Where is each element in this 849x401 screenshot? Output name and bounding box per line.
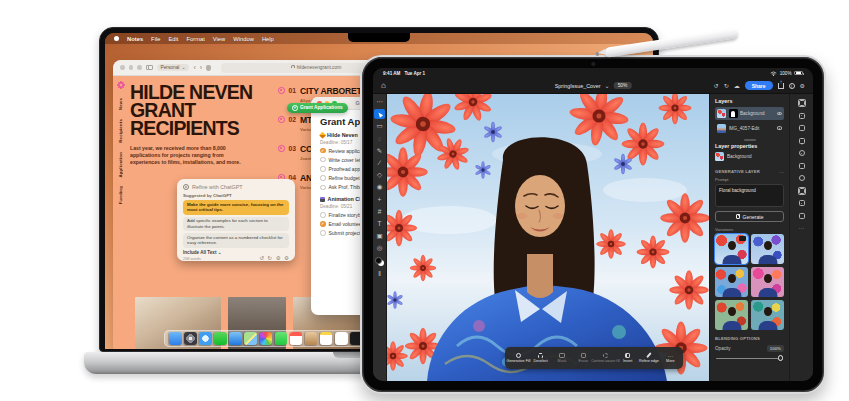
checkbox-checked[interactable]: ✓: [320, 148, 326, 154]
canvas[interactable]: Generative Fill Deselect Mask Erase: [387, 94, 709, 381]
facetime-icon[interactable]: [275, 332, 288, 345]
section-more-icon[interactable]: …: [779, 168, 784, 174]
variation-thumbnail[interactable]: [715, 234, 748, 264]
select-subject-icon[interactable]: [799, 200, 805, 206]
profile-switcher[interactable]: Personal ⌄: [157, 64, 190, 71]
settings-gear-icon[interactable]: ⚙: [800, 83, 805, 89]
document-title[interactable]: SpringIssue_Cover: [555, 83, 601, 89]
forward-button[interactable]: ›: [200, 64, 202, 71]
slider-knob[interactable]: [778, 355, 784, 361]
home-icon[interactable]: ⌂: [381, 82, 386, 90]
layer-visibility-eye-icon[interactable]: [777, 112, 783, 116]
checkbox-unchecked[interactable]: [320, 212, 326, 218]
mask-button[interactable]: Mask: [551, 353, 572, 364]
menu-edit[interactable]: Edit: [168, 36, 178, 42]
privacy-shield-icon[interactable]: [206, 65, 211, 71]
launchpad-icon[interactable]: [184, 332, 197, 345]
photos-icon[interactable]: [260, 332, 273, 345]
options-gear-icon[interactable]: ⚙: [284, 255, 289, 261]
healing-tool-icon[interactable]: +: [374, 195, 385, 205]
finder-icon[interactable]: [169, 332, 182, 345]
cloud-sync-icon[interactable]: ☁: [734, 83, 740, 89]
share-button[interactable]: Share: [745, 81, 773, 91]
menu-help[interactable]: Help: [262, 36, 274, 42]
adjustments-icon[interactable]: [799, 113, 805, 119]
deselect-button[interactable]: Deselect: [530, 353, 551, 364]
move-tool-icon[interactable]: [374, 109, 385, 119]
menu-file[interactable]: File: [151, 36, 160, 42]
comment-icon[interactable]: [799, 138, 805, 144]
blending-options-header[interactable]: BLENDING OPTIONS: [715, 336, 760, 341]
more-panels-icon[interactable]: …: [799, 225, 805, 229]
site-nav-application[interactable]: Application: [118, 152, 123, 178]
checkbox-unchecked[interactable]: [320, 230, 326, 236]
layer-visibility-eye-icon[interactable]: [777, 126, 783, 130]
layer-row[interactable]: Background: [715, 107, 784, 120]
frame-panel-icon[interactable]: [799, 213, 805, 219]
duplicate-icon[interactable]: [799, 188, 805, 194]
refine-edge-button[interactable]: Refine edge: [638, 352, 659, 363]
opacity-slider[interactable]: [716, 355, 783, 361]
suggestion-pill[interactable]: Organize the content as a numbered check…: [183, 233, 289, 248]
messages-icon[interactable]: [214, 332, 227, 345]
pen-tool-icon[interactable]: ✎: [374, 146, 385, 156]
safari-icon[interactable]: [199, 332, 212, 345]
notes-icon[interactable]: [320, 332, 333, 345]
info-icon[interactable]: i: [789, 83, 795, 89]
apple-menu-icon[interactable]: [114, 36, 119, 41]
generate-button[interactable]: Generate: [715, 211, 784, 222]
checkbox-checked[interactable]: ✓: [320, 221, 326, 227]
clone-stamp-tool-icon[interactable]: ◉: [374, 182, 385, 192]
variation-thumbnail[interactable]: [715, 300, 748, 330]
eraser-tool-icon[interactable]: ◇: [374, 170, 385, 180]
menu-format[interactable]: Format: [186, 36, 204, 42]
more-tools-icon[interactable]: ⋯: [374, 97, 385, 107]
shared-note-badge[interactable]: + Grant Applications: [287, 103, 348, 113]
variation-thumbnail[interactable]: [715, 267, 748, 297]
export-panel-icon[interactable]: [799, 163, 805, 169]
undo-icon[interactable]: ↺: [259, 255, 264, 261]
rail-drag-handle[interactable]: ‖: [374, 269, 385, 279]
maps-icon[interactable]: [244, 332, 257, 345]
prompt-input[interactable]: Floral background: [715, 184, 784, 207]
site-nav-news[interactable]: News: [118, 98, 123, 110]
suggestion-pill[interactable]: Make the guide more concise, focusing on…: [183, 200, 289, 215]
brush-tool-icon[interactable]: ∕: [374, 158, 385, 168]
opacity-value[interactable]: 100%: [767, 345, 784, 352]
redo-icon[interactable]: ↻: [724, 83, 729, 89]
variation-thumbnail[interactable]: [751, 300, 784, 330]
menubar-app-name[interactable]: Notes: [127, 36, 143, 42]
redo-icon[interactable]: ↻: [268, 255, 273, 261]
suggestion-pill[interactable]: Add specific examples for each section t…: [183, 217, 289, 232]
generative-fill-button[interactable]: Generative Fill: [507, 353, 530, 364]
menu-window[interactable]: Window: [233, 36, 254, 42]
add-layer-icon[interactable]: [799, 100, 805, 106]
lasso-tool-icon[interactable]: ◌: [374, 134, 385, 144]
zoom-level-chip[interactable]: 50%: [614, 82, 632, 89]
marquee-select-tool-icon[interactable]: ▭: [374, 121, 385, 131]
site-nav-funding[interactable]: Funding: [118, 186, 123, 204]
mail-icon[interactable]: [229, 332, 242, 345]
generative-layer-section-header[interactable]: GENERATIVE LAYER: [715, 169, 760, 174]
type-tool-icon[interactable]: T: [374, 219, 385, 229]
checkbox-unchecked[interactable]: [320, 166, 326, 172]
info-icon[interactable]: [799, 150, 805, 156]
invert-button[interactable]: Invert: [617, 353, 638, 364]
checkbox-unchecked[interactable]: [320, 157, 326, 163]
sidebar-toggle-icon[interactable]: [146, 65, 153, 71]
more-button[interactable]: … More: [660, 353, 681, 364]
back-button[interactable]: ‹: [193, 64, 195, 71]
checkbox-unchecked[interactable]: [320, 185, 326, 191]
variation-thumbnail[interactable]: [751, 234, 784, 264]
frame-tool-icon[interactable]: ▣: [374, 231, 385, 241]
crop-tool-icon[interactable]: #: [374, 207, 385, 217]
minimize-window-button[interactable]: [129, 65, 134, 70]
scope-selector[interactable]: Include All Text ⌄: [183, 250, 222, 255]
contacts-icon[interactable]: [305, 332, 318, 345]
checkbox-unchecked[interactable]: [320, 175, 326, 181]
panel-resize-handle[interactable]: [744, 139, 756, 141]
layer-row[interactable]: IMG_4057-Edit: [715, 122, 784, 135]
content-aware-fill-button[interactable]: Content-aware fill: [594, 353, 617, 364]
preview-icon[interactable]: [799, 175, 805, 181]
reminders-icon[interactable]: [335, 332, 348, 345]
